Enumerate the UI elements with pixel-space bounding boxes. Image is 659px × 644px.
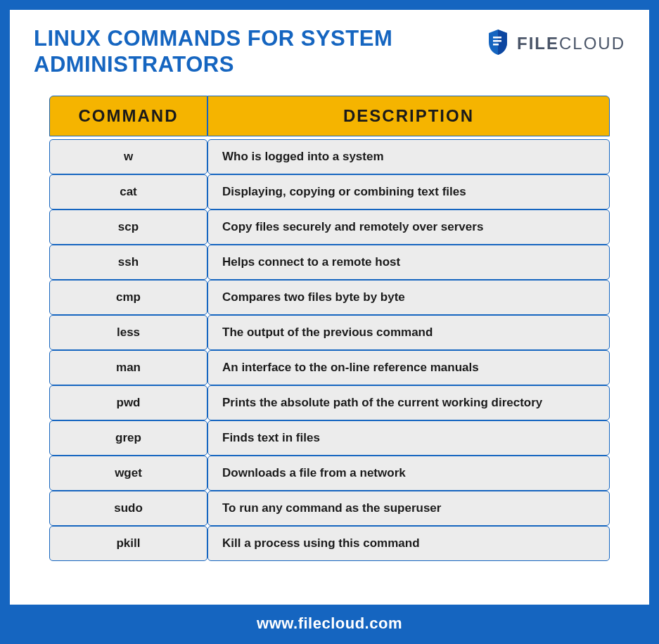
description-cell: Prints the absolute path of the current … <box>207 385 610 420</box>
command-cell: less <box>49 315 207 350</box>
svg-rect-2 <box>493 44 499 46</box>
brand-name: FILECLOUD <box>517 34 625 53</box>
table-row: wWho is logged into a system <box>49 139 610 174</box>
col-header-command: COMMAND <box>49 96 207 136</box>
table-row: pkillKill a process using this command <box>49 526 610 561</box>
page-title: LINUX COMMANDS FOR SYSTEM ADMINISTRATORS <box>34 25 428 77</box>
table-row: manAn interface to the on-line reference… <box>49 350 610 385</box>
command-cell: cat <box>49 174 207 210</box>
description-cell: Kill a process using this command <box>207 526 610 561</box>
brand-logo: FILECLOUD <box>486 28 625 59</box>
page-frame: LINUX COMMANDS FOR SYSTEM ADMINISTRATORS… <box>0 0 659 644</box>
description-cell: Downloads a file from a network <box>207 456 610 491</box>
command-cell: man <box>49 350 207 385</box>
description-cell: Who is logged into a system <box>207 139 610 174</box>
svg-rect-0 <box>493 37 501 39</box>
command-cell: ssh <box>49 245 207 280</box>
command-cell: cmp <box>49 280 207 315</box>
brand-prefix: FILE <box>517 34 559 53</box>
table-row: grepFinds text in files <box>49 420 610 456</box>
description-cell: To run any command as the superuser <box>207 491 610 526</box>
description-cell: The output of the previous command <box>207 315 610 350</box>
table-row: pwdPrints the absolute path of the curre… <box>49 385 610 420</box>
header: LINUX COMMANDS FOR SYSTEM ADMINISTRATORS… <box>10 10 649 83</box>
command-cell: pkill <box>49 526 207 561</box>
table-row: sudoTo run any command as the superuser <box>49 491 610 526</box>
footer: www.filecloud.com <box>10 605 649 634</box>
command-cell: w <box>49 139 207 174</box>
command-cell: pwd <box>49 385 207 420</box>
command-cell: grep <box>49 420 207 456</box>
footer-url: www.filecloud.com <box>257 614 402 632</box>
col-header-description: DESCRIPTION <box>207 96 610 136</box>
table-row: sshHelps connect to a remote host <box>49 245 610 280</box>
table-row: catDisplaying, copying or combining text… <box>49 174 610 210</box>
command-cell: wget <box>49 456 207 491</box>
description-cell: Copy files securely and remotely over se… <box>207 210 610 245</box>
commands-table: COMMAND DESCRIPTION wWho is logged into … <box>49 96 610 561</box>
description-cell: An interface to the on-line reference ma… <box>207 350 610 385</box>
table-body: wWho is logged into a systemcatDisplayin… <box>49 136 610 561</box>
table-row: lessThe output of the previous command <box>49 315 610 350</box>
svg-rect-1 <box>493 40 501 42</box>
table-row: wgetDownloads a file from a network <box>49 456 610 491</box>
brand-suffix: CLOUD <box>559 34 625 53</box>
table-row: cmpCompares two files byte by byte <box>49 280 610 315</box>
command-cell: scp <box>49 210 207 245</box>
description-cell: Helps connect to a remote host <box>207 245 610 280</box>
table-header-row: COMMAND DESCRIPTION <box>49 96 610 136</box>
content-area: COMMAND DESCRIPTION wWho is logged into … <box>10 83 649 605</box>
description-cell: Finds text in files <box>207 420 610 456</box>
description-cell: Displaying, copying or combining text fi… <box>207 174 610 210</box>
command-cell: sudo <box>49 491 207 526</box>
table-row: scpCopy files securely and remotely over… <box>49 210 610 245</box>
description-cell: Compares two files byte by byte <box>207 280 610 315</box>
shield-icon <box>486 28 510 59</box>
